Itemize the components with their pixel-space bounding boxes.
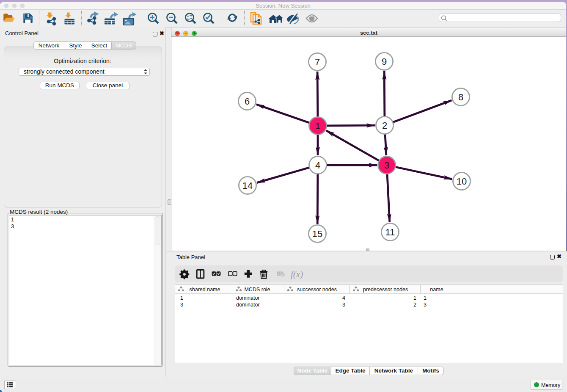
svg-text:11: 11 bbox=[385, 227, 395, 237]
svg-text:f(x): f(x) bbox=[291, 269, 303, 279]
svg-text:1: 1 bbox=[315, 121, 320, 131]
svg-text:7: 7 bbox=[315, 57, 320, 67]
svg-text:6: 6 bbox=[245, 96, 250, 107]
svg-text:15: 15 bbox=[312, 229, 322, 239]
svg-text:2: 2 bbox=[382, 120, 387, 131]
svg-text:8: 8 bbox=[458, 92, 463, 102]
svg-text:14: 14 bbox=[242, 180, 253, 191]
svg-text:4: 4 bbox=[315, 160, 320, 171]
svg-text:3: 3 bbox=[384, 160, 389, 171]
svg-text:10: 10 bbox=[457, 176, 467, 187]
svg-text:Memory: Memory bbox=[541, 382, 561, 388]
svg-text:9: 9 bbox=[382, 56, 387, 67]
